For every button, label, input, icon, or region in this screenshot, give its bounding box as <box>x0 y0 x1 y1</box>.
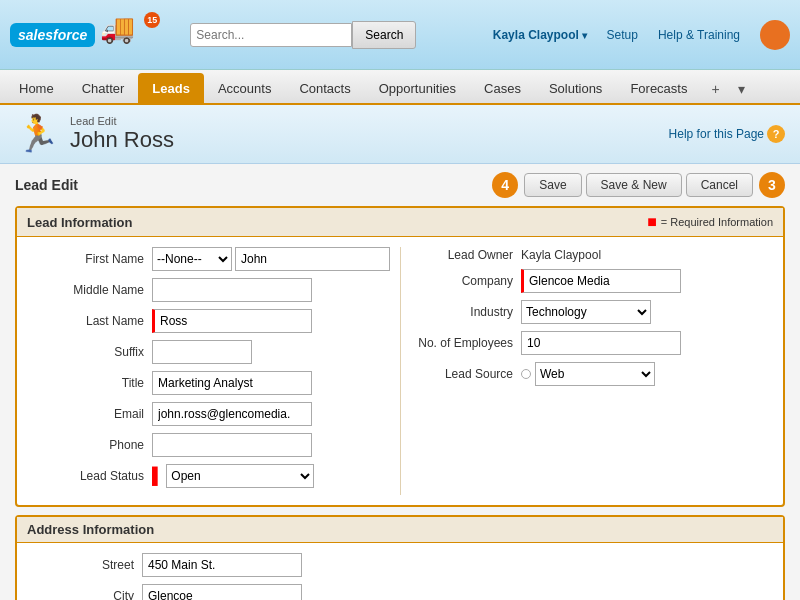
search-button[interactable]: Search <box>352 21 416 49</box>
suffix-label: Suffix <box>42 345 152 359</box>
middle-name-control <box>152 278 390 302</box>
required-note: ■ = Required Information <box>647 213 773 231</box>
lead-source-row: Lead Source Web Phone Inquiry Partner Re… <box>411 362 758 386</box>
lead-info-label: Lead Information <box>27 215 132 230</box>
name-prefix-select[interactable]: --None-- Mr. Ms. Mrs. Dr. <box>152 247 232 271</box>
lead-edit-header: Lead Edit 4 Save Save & New Cancel 3 <box>15 172 785 198</box>
email-input[interactable] <box>152 402 312 426</box>
employees-label: No. of Employees <box>411 336 521 350</box>
setup-link[interactable]: Setup <box>607 28 638 42</box>
nav-chatter[interactable]: Chatter <box>68 73 139 103</box>
lead-status-label: Lead Status <box>42 469 152 483</box>
middle-name-label: Middle Name <box>42 283 152 297</box>
step3-badge: 3 <box>759 172 785 198</box>
email-control <box>152 402 390 426</box>
lead-source-control: Web Phone Inquiry Partner Referral Purch… <box>521 362 758 386</box>
employees-control <box>521 331 758 355</box>
lead-source-radio[interactable] <box>521 369 531 379</box>
company-input[interactable] <box>521 269 681 293</box>
industry-select[interactable]: Technology Agriculture Banking Education… <box>521 300 651 324</box>
address-section: Address Information Street City <box>15 515 785 600</box>
search-input[interactable] <box>190 23 352 47</box>
user-menu[interactable]: Kayla Claypool <box>493 28 587 42</box>
page-subtitle: Lead Edit <box>70 115 174 127</box>
nav-contacts[interactable]: Contacts <box>285 73 364 103</box>
main-nav: Home Chatter Leads Accounts Contacts Opp… <box>0 70 800 105</box>
help-link-text: Help for this Page <box>669 127 764 141</box>
help-page-link[interactable]: Help for this Page ? <box>669 125 785 143</box>
lead-person-icon: 🏃 <box>15 113 60 155</box>
save-new-button[interactable]: Save & New <box>586 173 682 197</box>
req-indicator: ■ <box>647 213 657 231</box>
address-content: Street City <box>17 543 783 600</box>
truck-icon: 🚚 <box>100 13 135 44</box>
nav-cases[interactable]: Cases <box>470 73 535 103</box>
city-row: City <box>32 584 768 600</box>
address-title: Address Information <box>17 517 783 543</box>
nav-opportunities[interactable]: Opportunities <box>365 73 470 103</box>
employees-row: No. of Employees <box>411 331 758 355</box>
company-label: Company <box>411 274 521 288</box>
employees-input[interactable] <box>521 331 681 355</box>
required-text: = Required Information <box>661 216 773 228</box>
lead-owner-label: Lead Owner <box>411 248 521 262</box>
lead-owner-text: Kayla Claypool <box>521 244 601 266</box>
city-label: City <box>32 589 142 600</box>
mascot-area: 🚚 15 <box>100 12 160 57</box>
city-control <box>142 584 768 600</box>
email-label: Email <box>42 407 152 421</box>
search-area: Search <box>190 21 416 49</box>
title-control <box>152 371 390 395</box>
phone-input[interactable] <box>152 433 312 457</box>
lead-status-row: Lead Status ▌ Open Working Closed - Conv… <box>42 464 390 488</box>
suffix-control <box>152 340 390 364</box>
last-name-input[interactable] <box>152 309 312 333</box>
logo-area: salesforce 🚚 15 <box>10 12 160 57</box>
lead-status-control: ▌ Open Working Closed - Converted Closed… <box>152 464 390 488</box>
email-row: Email <box>42 402 390 426</box>
industry-label: Industry <box>411 305 521 319</box>
nav-more-dropdown[interactable]: ▾ <box>730 75 753 103</box>
middle-name-row: Middle Name <box>42 278 390 302</box>
title-label: Title <box>42 376 152 390</box>
suffix-row: Suffix <box>42 340 390 364</box>
help-training-link[interactable]: Help & Training <box>658 28 740 42</box>
lead-edit-label: Lead Edit <box>15 177 78 193</box>
step4-badge: 4 <box>492 172 518 198</box>
nav-home[interactable]: Home <box>5 73 68 103</box>
lead-owner-row: Lead Owner Kayla Claypool <box>411 247 758 262</box>
industry-control: Technology Agriculture Banking Education… <box>521 300 758 324</box>
middle-name-input[interactable] <box>152 278 312 302</box>
badge-count: 15 <box>144 12 160 28</box>
form-col-right: Lead Owner Kayla Claypool Company <box>400 247 768 495</box>
lead-status-required-dot: ▌ <box>152 468 163 484</box>
suffix-input[interactable] <box>152 340 252 364</box>
nav-accounts[interactable]: Accounts <box>204 73 285 103</box>
company-row: Company <box>411 269 758 293</box>
nav-forecasts[interactable]: Forecasts <box>616 73 701 103</box>
lead-source-select[interactable]: Web Phone Inquiry Partner Referral Purch… <box>535 362 655 386</box>
save-button[interactable]: Save <box>524 173 581 197</box>
cancel-button[interactable]: Cancel <box>686 173 753 197</box>
last-name-control <box>152 309 390 333</box>
lead-status-select[interactable]: Open Working Closed - Converted Closed -… <box>166 464 314 488</box>
street-row: Street <box>32 553 768 577</box>
app-header: salesforce 🚚 15 Search Kayla Claypool Se… <box>0 0 800 70</box>
title-input[interactable] <box>152 371 312 395</box>
page-header-left: 🏃 Lead Edit John Ross <box>15 113 174 155</box>
nav-add[interactable]: + <box>701 75 729 103</box>
page-title-area: Lead Edit John Ross <box>70 115 174 153</box>
street-label: Street <box>32 558 142 572</box>
industry-row: Industry Technology Agriculture Banking … <box>411 300 758 324</box>
page-header: 🏃 Lead Edit John Ross Help for this Page… <box>0 105 800 164</box>
header-right: Kayla Claypool Setup Help & Training <box>493 20 790 50</box>
first-name-input[interactable] <box>235 247 390 271</box>
street-input[interactable] <box>142 553 302 577</box>
lead-info-title: Lead Information ■ = Required Informatio… <box>17 208 783 237</box>
nav-leads[interactable]: Leads <box>138 73 204 103</box>
nav-solutions[interactable]: Solutions <box>535 73 616 103</box>
lead-info-section: Lead Information ■ = Required Informatio… <box>15 206 785 507</box>
first-name-control: --None-- Mr. Ms. Mrs. Dr. <box>152 247 390 271</box>
city-input[interactable] <box>142 584 302 600</box>
phone-control <box>152 433 390 457</box>
